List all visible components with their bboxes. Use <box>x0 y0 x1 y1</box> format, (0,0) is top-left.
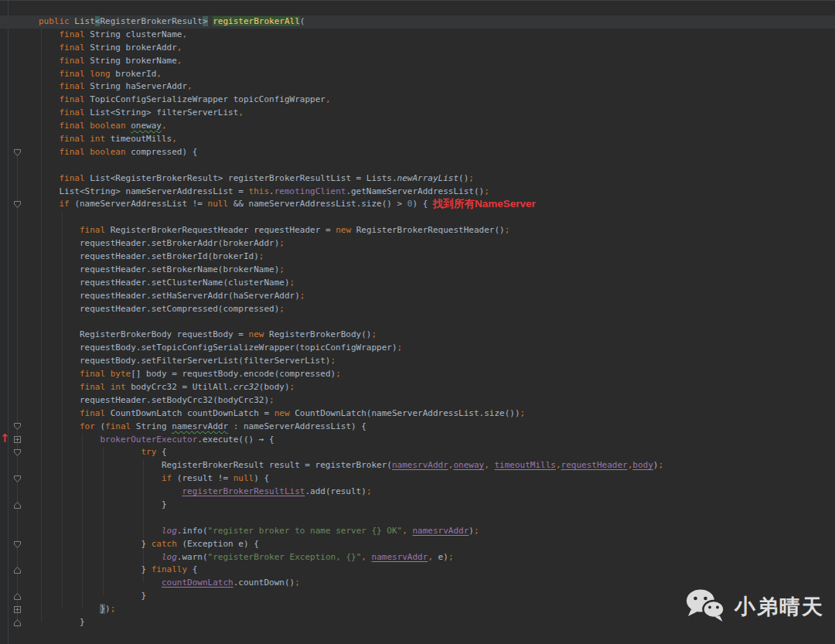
code-token: requestHeader.setCompressed(compressed) <box>39 304 279 314</box>
code-token: compressed) { <box>131 147 197 157</box>
code-line[interactable]: final String brokerAddr, <box>0 42 835 55</box>
code-line[interactable]: try { <box>0 446 835 459</box>
code-token: ; <box>300 291 305 301</box>
code-token: brokerId <box>115 69 156 79</box>
code-token: new <box>274 408 295 418</box>
code-token: List<String> nameServerAddressList = <box>39 186 249 196</box>
code-token: finally <box>152 564 187 574</box>
code-token: RegisterBrokerRequestHeader() <box>356 225 505 235</box>
code-line[interactable]: if (nameServerAddressList != null && nam… <box>0 198 835 211</box>
code-line[interactable]: requestHeader.setBodyCrc32(bodyCrc32); <box>0 394 835 407</box>
code-line[interactable]: final TopicConfigSerializeWrapper topicC… <box>0 94 835 107</box>
code-token: ; <box>279 264 285 274</box>
code-line[interactable]: final String clusterName, <box>0 29 835 42</box>
code-line[interactable]: requestBody.setFilterServerList(filterSe… <box>0 355 835 368</box>
code-token: public <box>39 16 74 26</box>
code-token <box>39 604 100 614</box>
code-line[interactable]: final RegisterBrokerRequestHeader reques… <box>0 224 835 237</box>
code-line[interactable]: if (result != null) { <box>0 472 835 486</box>
code-area[interactable]: public List<RegisterBrokerResult> regist… <box>0 15 835 629</box>
fold-marker-down-icon[interactable] <box>14 149 21 156</box>
fold-marker-up-icon[interactable] <box>14 502 21 509</box>
code-token <box>39 121 60 131</box>
code-line[interactable]: requestBody.setTopicConfigSerializeWrapp… <box>0 342 835 355</box>
code-token: > <box>203 16 208 26</box>
code-line[interactable]: log.info("register broker to name server… <box>0 525 835 538</box>
code-token: registerBrokerAll <box>213 16 300 26</box>
fold-marker-up-icon[interactable] <box>14 567 21 574</box>
code-token: () <box>458 173 469 183</box>
fold-marker-plus-icon[interactable] <box>14 436 21 443</box>
fold-marker-down-icon[interactable] <box>14 541 21 548</box>
code-token: , <box>172 134 177 144</box>
fold-marker-down-icon[interactable] <box>14 423 21 430</box>
code-line[interactable]: final boolean compressed) { <box>0 146 835 159</box>
code-token <box>39 552 162 562</box>
code-line[interactable]: } catch (Exception e) { <box>0 538 835 551</box>
code-token: , <box>177 56 182 66</box>
code-token: ) <box>469 526 474 536</box>
code-token: requestHeader.setClusterName(clusterName… <box>39 278 290 288</box>
code-line[interactable] <box>0 211 835 224</box>
code-editor[interactable]: public List<RegisterBrokerResult> regist… <box>0 0 835 644</box>
code-line[interactable]: } <box>0 499 835 512</box>
fold-marker-up-icon[interactable] <box>14 619 21 626</box>
code-token: [] body = requestBody.encode(compressed) <box>131 369 336 379</box>
code-token: oneway <box>131 121 162 131</box>
code-line[interactable]: final String brokerName, <box>0 55 835 68</box>
code-line[interactable]: RegisterBrokerBody requestBody = new Reg… <box>0 329 835 342</box>
code-line[interactable]: final List<RegisterBrokerResult> registe… <box>0 172 835 186</box>
code-token <box>39 199 60 210</box>
code-line[interactable]: registerBrokerResultList.add(result); <box>0 486 835 499</box>
code-line[interactable]: public List<RegisterBrokerResult> regist… <box>0 15 835 29</box>
code-line[interactable]: final List<String> filterServerList, <box>0 107 835 120</box>
code-line[interactable]: requestHeader.setBrokerAddr(brokerAddr); <box>0 237 835 250</box>
code-token: CountDownLatch(nameServerAddressList.siz… <box>295 408 520 418</box>
code-token: ; <box>397 342 403 353</box>
watermark: 小弟晴天 <box>685 588 824 625</box>
code-token: .getNameServerAddressList() <box>346 186 484 196</box>
code-line[interactable]: final String haServerAddr, <box>0 80 835 94</box>
code-line[interactable]: final int timeoutMills, <box>0 133 835 146</box>
code-line[interactable]: for (final String namesrvAddr : nameServ… <box>0 421 835 434</box>
code-token: newArrayList <box>397 173 458 183</box>
code-token: } <box>39 539 152 549</box>
code-line[interactable]: RegisterBrokerResult result = registerBr… <box>0 459 835 472</box>
code-token: : nameServerAddressList) { <box>228 421 366 431</box>
code-line[interactable]: final byte[] body = requestBody.encode(c… <box>0 368 835 381</box>
fold-marker-down-icon[interactable] <box>14 475 21 482</box>
code-token: ; <box>336 369 341 379</box>
code-token: countDownLatch <box>162 578 233 588</box>
code-line[interactable]: final int bodyCrc32 = UtilAll.crc32(body… <box>0 381 835 394</box>
code-line[interactable]: } finally { <box>0 564 835 577</box>
code-token: ; <box>469 173 474 183</box>
code-line[interactable]: List<String> nameServerAddressList = thi… <box>0 186 835 199</box>
code-line[interactable]: requestHeader.setBrokerName(brokerName); <box>0 264 835 277</box>
code-token: requestBody.setFilterServerList(filterSe… <box>39 356 331 366</box>
code-line[interactable]: final long brokerId, <box>0 68 835 81</box>
code-line[interactable]: log.warn("registerBroker Exception, {}",… <box>0 551 835 564</box>
code-token: ) { <box>412 199 433 210</box>
code-token: List<String> filterServerList <box>90 107 238 118</box>
fold-marker-down-icon[interactable] <box>14 201 21 208</box>
code-token: String brokerAddr <box>90 43 177 53</box>
code-token: TopicConfigSerializeWrapper topicConfigW… <box>90 94 325 104</box>
code-token: { <box>156 447 166 457</box>
code-line[interactable]: requestHeader.setClusterName(clusterName… <box>0 277 835 290</box>
code-token: ; <box>279 238 285 248</box>
code-line[interactable] <box>0 315 835 329</box>
code-line[interactable]: requestHeader.setHaServerAddr(haServerAd… <box>0 290 835 303</box>
code-token: new <box>336 225 356 235</box>
code-token <box>39 526 162 536</box>
code-line[interactable] <box>0 159 835 172</box>
code-line[interactable]: requestHeader.setCompressed(compressed); <box>0 303 835 316</box>
fold-marker-down-icon[interactable] <box>14 449 21 456</box>
code-line[interactable]: brokerOuterExecutor.execute(() → { <box>0 434 835 447</box>
fold-marker-plus-icon[interactable] <box>14 606 21 613</box>
code-line[interactable]: final boolean oneway, <box>0 120 835 133</box>
code-line[interactable]: final CountDownLatch countDownLatch = ne… <box>0 407 835 421</box>
fold-marker-up-icon[interactable] <box>14 593 21 600</box>
code-line[interactable] <box>0 512 835 525</box>
code-line[interactable]: requestHeader.setBrokerId(brokerId); <box>0 250 835 264</box>
code-token: (body) <box>259 382 290 392</box>
